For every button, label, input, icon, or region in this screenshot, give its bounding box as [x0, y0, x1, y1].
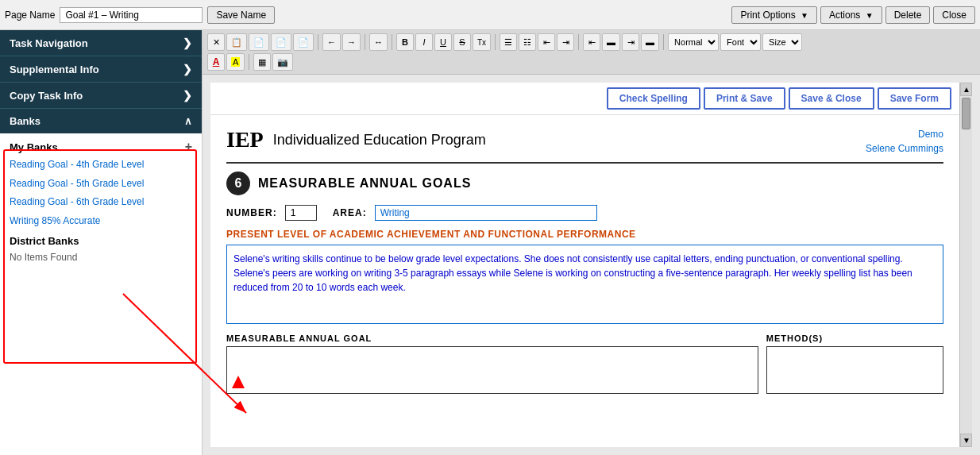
scroll-track [960, 131, 972, 434]
insert-table-button[interactable]: ▦ [253, 53, 271, 71]
underline-button[interactable]: U [434, 33, 452, 51]
bank-item-3[interactable]: Writing 85% Accurate [10, 215, 192, 228]
number-area-row: NUMBER: AREA: [226, 205, 943, 221]
toolbar-sep-3 [392, 34, 392, 50]
scroll-down-button[interactable]: ▼ [960, 434, 972, 447]
iep-header: IEP Individualized Education Program Dem… [226, 127, 943, 164]
iep-logo: IEP [226, 127, 264, 152]
page-name-label: Page Name [5, 10, 55, 21]
redo-button[interactable]: → [342, 33, 361, 51]
paste-button[interactable]: 📄 [249, 33, 269, 51]
measurable-goal-label: MEASURABLE ANNUAL GOAL [226, 334, 758, 343]
sidebar-item-banks[interactable]: Banks ∧ [0, 109, 202, 133]
copy-button[interactable]: 📋 [226, 33, 247, 51]
undo-button[interactable]: ← [322, 33, 341, 51]
italic-button[interactable]: I [415, 33, 433, 51]
area-label: AREA: [333, 207, 367, 218]
scroll-up-button[interactable]: ▲ [960, 83, 972, 96]
sidebar-item-copy-task-info[interactable]: Copy Task Info ❯ [0, 83, 202, 109]
page-name-input[interactable] [60, 7, 203, 23]
bold-button[interactable]: B [396, 33, 414, 51]
add-bank-icon[interactable]: + [185, 140, 192, 154]
print-save-button[interactable]: Print & Save [704, 87, 785, 110]
document-content: Check Spelling Print & Save Save & Close… [210, 83, 959, 447]
toolbar-sep-1 [318, 34, 318, 50]
main-layout: Task Navigation ❯ Supplemental Info ❯ Co… [0, 30, 980, 455]
save-name-button[interactable]: Save Name [207, 6, 275, 24]
toolbar-sep-5 [578, 34, 579, 50]
iep-user-info: Demo Selene Cummings [866, 127, 943, 156]
style-select[interactable]: Normal [668, 33, 719, 51]
align-button[interactable]: ↔ [369, 33, 388, 51]
methods-textarea[interactable] [766, 346, 943, 394]
font-select[interactable]: Font [720, 33, 761, 51]
task-nav-chevron-icon: ❯ [183, 37, 192, 49]
number-input[interactable] [285, 205, 317, 221]
indent-dec-button[interactable]: ⇤ [538, 33, 555, 51]
unordered-list-button[interactable]: ☷ [519, 33, 536, 51]
top-right-buttons: Print Options ▼ Actions ▼ Delete Close [731, 6, 975, 24]
no-items-text: No Items Found [10, 252, 192, 263]
number-label: NUMBER: [226, 207, 277, 218]
toolbar-row-2: A A ▦ 📷 [207, 53, 975, 71]
strikethrough-button[interactable]: S [453, 33, 471, 51]
document-area: Check Spelling Print & Save Save & Close… [203, 75, 980, 455]
present-level-text[interactable]: Selene's writing skills continue to be b… [226, 245, 943, 324]
goal-methods-row: MEASURABLE ANNUAL GOAL METHOD(S) [226, 334, 943, 394]
align-center-button[interactable]: ▬ [602, 33, 620, 51]
cut-button[interactable]: ✕ [207, 33, 225, 51]
toolbar-sep-4 [495, 34, 496, 50]
toolbar-sep-7 [249, 54, 249, 70]
present-level-title: PRESENT LEVEL OF ACADEMIC ACHIEVEMENT AN… [226, 229, 943, 240]
align-right-button[interactable]: ⇥ [622, 33, 639, 51]
sidebar: Task Navigation ❯ Supplemental Info ❯ Co… [0, 30, 203, 455]
toolbar-sep-2 [365, 34, 365, 50]
district-banks-title: District Banks [10, 235, 192, 247]
banks-content: My Banks + Reading Goal - 4th Grade Leve… [0, 133, 202, 269]
size-select[interactable]: Size [762, 33, 802, 51]
clear-format-button[interactable]: Tx [473, 33, 491, 51]
methods-label: METHOD(S) [766, 334, 943, 343]
delete-button[interactable]: Delete [885, 6, 931, 24]
print-options-button[interactable]: Print Options ▼ [731, 6, 817, 24]
copy-task-chevron-icon: ❯ [183, 89, 192, 102]
arrow-tip-icon [230, 374, 246, 390]
section-title: MEASURABLE ANNUAL GOALS [258, 176, 471, 191]
scroll-thumb[interactable] [962, 98, 970, 129]
top-bar: Page Name Save Name Print Options ▼ Acti… [0, 0, 980, 30]
goal-section: MEASURABLE ANNUAL GOAL [226, 334, 758, 394]
banks-chevron-icon: ∧ [184, 115, 192, 127]
toolbar-row-1: ✕ 📋 📄 📄 📄 ← → ↔ B I U S Tx ☰ ☷ ⇤ [207, 33, 975, 51]
measurable-goal-textarea[interactable] [226, 346, 758, 394]
check-spelling-button[interactable]: Check Spelling [607, 87, 700, 110]
align-left-button[interactable]: ⇤ [583, 33, 600, 51]
insert-image-button[interactable]: 📷 [272, 53, 293, 71]
font-color-button[interactable]: A [207, 53, 225, 71]
my-banks-section: My Banks + [10, 140, 192, 154]
close-button[interactable]: Close [933, 6, 975, 24]
save-close-button[interactable]: Save & Close [789, 87, 874, 110]
ordered-list-button[interactable]: ☰ [500, 33, 517, 51]
actions-button[interactable]: Actions ▼ [820, 6, 882, 24]
paste-special-button[interactable]: 📄 [271, 33, 291, 51]
toolbar: ✕ 📋 📄 📄 📄 ← → ↔ B I U S Tx ☰ ☷ ⇤ [203, 30, 980, 75]
svg-marker-0 [232, 376, 245, 388]
save-form-button[interactable]: Save Form [878, 87, 951, 110]
area-input[interactable] [375, 205, 597, 221]
user-line1: Demo [866, 127, 943, 141]
sidebar-item-supplemental-info[interactable]: Supplemental Info ❯ [0, 56, 202, 83]
paste-text-button[interactable]: 📄 [293, 33, 314, 51]
methods-section: METHOD(S) [758, 334, 943, 394]
align-justify-button[interactable]: ▬ [641, 33, 659, 51]
sidebar-item-task-navigation[interactable]: Task Navigation ❯ [0, 30, 202, 56]
highlight-color-button[interactable]: A [226, 53, 245, 71]
actions-arrow-icon: ▼ [866, 11, 874, 20]
section-header: 6 MEASURABLE ANNUAL GOALS [226, 172, 943, 195]
scrollbar: ▲ ▼ [959, 83, 972, 447]
action-buttons-row: Check Spelling Print & Save Save & Close… [210, 83, 959, 115]
bank-item-0[interactable]: Reading Goal - 4th Grade Level [10, 159, 192, 172]
indent-inc-button[interactable]: ⇥ [557, 33, 574, 51]
iep-full-title: Individualized Education Program [273, 132, 486, 148]
bank-item-1[interactable]: Reading Goal - 5th Grade Level [10, 178, 192, 191]
bank-item-2[interactable]: Reading Goal - 6th Grade Level [10, 196, 192, 209]
